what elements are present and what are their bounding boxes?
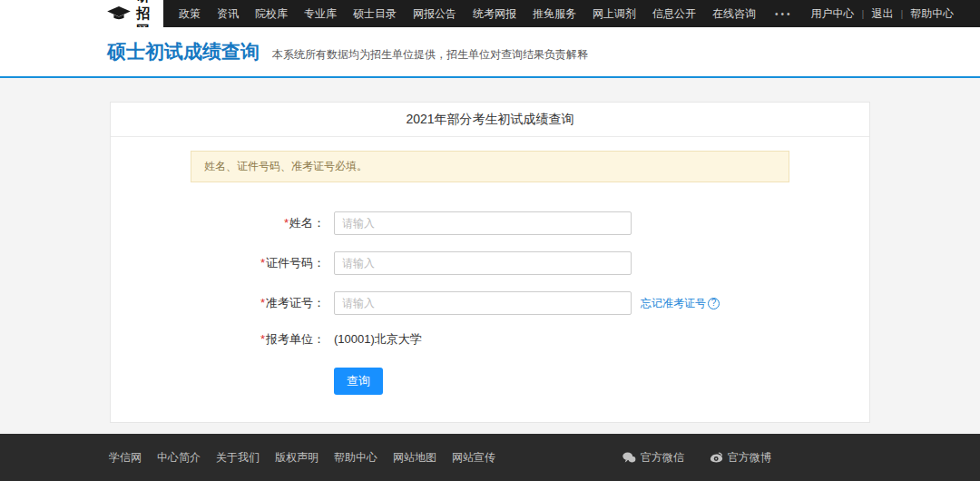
top-right-links: 用户中心 | 退出 | 帮助中心 [804,6,962,22]
id-number-field-row: *证件号码： [111,251,869,275]
query-button[interactable]: 查询 [334,368,383,395]
more-menu-dots-icon[interactable]: ••• [764,9,804,19]
target-university-value: (10001)北京大学 [334,331,422,348]
target-university-label: *报考单位： [111,331,325,348]
nav-item-online-consult[interactable]: 在线咨询 [704,6,764,22]
page-footer: 学信网 中心简介 关于我们 版权声明 帮助中心 网站地图 网站宣传 官方微信 [0,434,980,481]
nav-item-school-database[interactable]: 院校库 [247,6,296,22]
wechat-icon [622,452,636,463]
nav-item-registration-announcement[interactable]: 网报公告 [405,6,465,22]
nav-item-unified-exam-registration[interactable]: 统考网报 [465,6,524,22]
weibo-icon [710,452,723,463]
nav-item-online-adjustment[interactable]: 网上调剂 [584,6,644,22]
footer-link-chsi[interactable]: 学信网 [109,450,142,466]
name-field-row: *姓名： [111,211,869,235]
user-center-link[interactable]: 用户中心 [804,6,862,22]
site-logo[interactable]: 研招网 [0,0,163,27]
top-bar: 研招网 政策 资讯 院校库 专业库 硕士目录 网报公告 统考网报 推免服务 网上… [0,0,980,27]
admission-ticket-label: *准考证号： [111,295,325,311]
required-mark: * [260,256,265,270]
page-title: 硕士初试成绩查询 [107,39,260,64]
footer-link-sitemap[interactable]: 网站地图 [393,450,436,466]
footer-link-site-promo[interactable]: 网站宣传 [452,450,495,466]
nav-item-major-database[interactable]: 专业库 [296,6,345,22]
footer-link-about-us[interactable]: 关于我们 [216,450,260,466]
nav-item-policy[interactable]: 政策 [171,6,209,22]
score-query-card: 2021年部分考生初试成绩查询 姓名、证件号码、准考证号必填。 *姓名： *证件… [110,102,870,423]
name-label: *姓名： [111,215,325,231]
footer-link-help-center[interactable]: 帮助中心 [334,450,377,466]
question-circle-icon: ? [708,298,720,309]
id-number-input[interactable] [334,251,632,275]
main-content: 2021年部分考生初试成绩查询 姓名、证件号码、准考证号必填。 *姓名： *证件… [0,78,980,434]
footer-link-center-intro[interactable]: 中心简介 [157,450,201,466]
nav-item-news[interactable]: 资讯 [209,6,247,22]
required-mark: * [260,332,265,346]
score-query-form: *姓名： *证件号码： *准考证号： 忘记准考证号 ? *报考单位： (1000… [111,190,869,422]
footer-link-copyright[interactable]: 版权声明 [275,450,318,466]
nav-item-master-catalog[interactable]: 硕士目录 [345,6,405,22]
required-mark: * [260,296,265,309]
page-header: 硕士初试成绩查询 本系统所有数据均为招生单位提供，招生单位对查询结果负责解释 [0,27,980,78]
name-input[interactable] [334,211,632,235]
id-number-label: *证件号码： [111,255,325,271]
page-subtitle: 本系统所有数据均为招生单位提供，招生单位对查询结果负责解释 [272,47,588,63]
nav-item-info-disclosure[interactable]: 信息公开 [644,6,704,22]
required-fields-notice: 姓名、证件号码、准考证号必填。 [191,151,789,182]
forgot-admission-ticket-link[interactable]: 忘记准考证号 ? [641,296,720,311]
submit-row: 查询 [111,368,869,395]
logout-link[interactable]: 退出 [864,6,900,22]
admission-ticket-input[interactable] [334,291,632,315]
help-center-link[interactable]: 帮助中心 [903,6,961,22]
admission-ticket-field-row: *准考证号： 忘记准考证号 ? [111,291,869,315]
official-weibo[interactable]: 官方微博 [710,450,771,466]
nav-item-exemption-service[interactable]: 推免服务 [524,6,584,22]
required-mark: * [284,216,289,230]
target-university-field-row: *报考单位： (10001)北京大学 [111,331,869,348]
card-title: 2021年部分考生初试成绩查询 [111,103,869,137]
footer-social: 官方微信 官方微博 [622,450,980,466]
graduation-cap-icon [107,6,131,21]
official-wechat[interactable]: 官方微信 [622,450,684,466]
top-navigation: 政策 资讯 院校库 专业库 硕士目录 网报公告 统考网报 推免服务 网上调剂 信… [163,0,980,27]
